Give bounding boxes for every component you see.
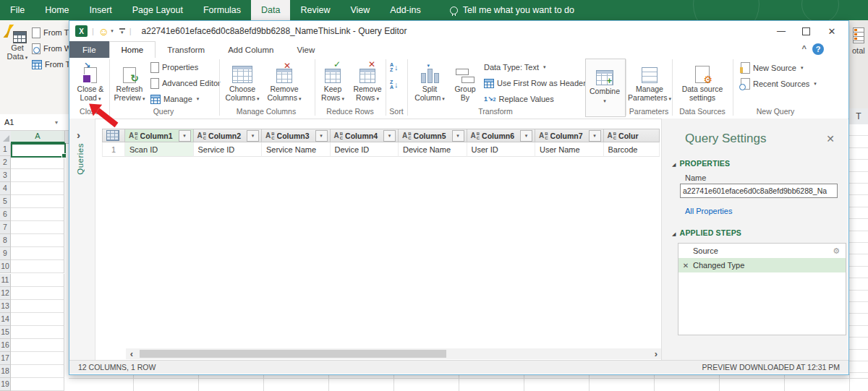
excel-tab-home[interactable]: Home xyxy=(35,0,79,20)
excel-tab-add-ins[interactable]: Add-ins xyxy=(380,0,430,20)
row-header-9[interactable]: 9 xyxy=(0,247,11,260)
column-header-column2[interactable]: ABCColumn2▾ xyxy=(194,129,263,142)
cell-A18[interactable] xyxy=(11,365,64,378)
maximize-button[interactable] xyxy=(793,21,818,41)
qe-tab-home[interactable]: Home xyxy=(109,41,156,59)
row-header-5[interactable]: 5 xyxy=(0,195,11,208)
cell-service-id[interactable]: Service ID xyxy=(194,142,263,157)
cell-barcode[interactable]: Barcode xyxy=(604,142,660,157)
cell-A9[interactable] xyxy=(11,247,64,260)
column-header-column7[interactable]: ABCColumn7▾ xyxy=(535,129,604,142)
applied-step-changed-type[interactable]: ✕Changed Type xyxy=(678,258,846,272)
cell-A14[interactable] xyxy=(11,313,64,326)
cell-A10[interactable] xyxy=(11,260,64,273)
qe-tab-add-column[interactable]: Add Column xyxy=(216,41,285,58)
group-by-button[interactable]: Group By xyxy=(451,60,480,102)
query-name-input[interactable] xyxy=(680,184,838,198)
manage-parameters-button[interactable]: Manage Parameters▾ xyxy=(629,60,670,103)
cell-A17[interactable] xyxy=(11,352,64,365)
column-filter-icon[interactable]: ▾ xyxy=(247,130,259,142)
cell-A1[interactable] xyxy=(11,143,66,158)
column-filter-icon[interactable]: ▾ xyxy=(315,130,328,142)
qe-tab-file[interactable]: File xyxy=(69,41,109,58)
cell-A16[interactable] xyxy=(11,339,64,352)
expand-queries-icon[interactable]: › xyxy=(77,129,80,141)
remove-columns-button[interactable]: ✕ Remove Columns▾ xyxy=(264,60,305,103)
cell-A7[interactable] xyxy=(11,221,64,234)
row-header-16[interactable]: 16 xyxy=(0,339,11,352)
data-source-settings-button[interactable]: ⚙ Data source settings xyxy=(678,60,726,102)
row-header-7[interactable]: 7 xyxy=(0,221,11,234)
choose-columns-button[interactable]: Choose Columns▾ xyxy=(224,60,261,103)
row-header-17[interactable]: 17 xyxy=(0,352,11,365)
column-filter-icon[interactable]: ▾ xyxy=(383,130,396,142)
cell-A2[interactable] xyxy=(11,156,64,169)
scroll-left-icon[interactable]: ‹ xyxy=(126,348,137,359)
fill-handle[interactable] xyxy=(61,153,67,158)
column-header-t[interactable]: T xyxy=(848,108,868,125)
sort-descending-button[interactable]: ZA↓ xyxy=(390,80,399,90)
excel-tab-page-layout[interactable]: Page Layout xyxy=(122,0,193,20)
row-header-18[interactable]: 18 xyxy=(0,365,11,378)
row-header-4[interactable]: 4 xyxy=(0,182,11,195)
excel-tab-view[interactable]: View xyxy=(340,0,380,20)
keep-rows-button[interactable]: ✓ Keep Rows▾ xyxy=(318,60,348,103)
name-box[interactable]: A1 xyxy=(0,118,54,126)
send-a-smile-icon[interactable]: ☺ xyxy=(98,26,109,37)
data-type-button[interactable]: Data Type: Text▾ xyxy=(484,61,546,73)
minimize-button[interactable]: — xyxy=(769,21,793,41)
tell-me-box[interactable]: Tell me what you want to do xyxy=(450,0,574,20)
excel-tab-data[interactable]: Data xyxy=(251,0,290,20)
customize-qat-icon[interactable]: ▾ xyxy=(119,28,125,34)
row-header-15[interactable]: 15 xyxy=(0,326,11,339)
applied-step-source[interactable]: Source⚙ xyxy=(678,244,846,258)
queries-pane-label[interactable]: Queries xyxy=(76,143,85,175)
cell-A15[interactable] xyxy=(11,326,64,339)
get-data-button[interactable]: Get Data▾ xyxy=(3,25,32,61)
combine-button[interactable]: + Combine ▾ xyxy=(587,62,622,106)
row-header-1[interactable]: 1 xyxy=(0,143,11,156)
close-query-settings-icon[interactable]: ✕ xyxy=(826,133,835,145)
column-header-column1[interactable]: ABCColumn1▾ xyxy=(125,129,194,142)
row-header-3[interactable]: 3 xyxy=(0,169,11,182)
row-header-6[interactable]: 6 xyxy=(0,208,11,221)
column-header-colur[interactable]: ABCColur xyxy=(604,129,660,142)
close-window-button[interactable]: ✕ xyxy=(820,21,844,41)
cell-A19[interactable] xyxy=(11,378,64,391)
cell-A3[interactable] xyxy=(11,169,64,182)
column-header-column3[interactable]: ABCColumn3▾ xyxy=(262,129,331,142)
close-and-load-button[interactable]: ↘ Close & Load▾ xyxy=(74,60,107,103)
all-properties-link[interactable]: All Properties xyxy=(685,207,732,215)
delete-step-icon[interactable]: ✕ xyxy=(678,262,693,270)
name-box-caret-icon[interactable]: ▾ xyxy=(55,119,58,126)
row-header-2[interactable]: 2 xyxy=(0,156,11,169)
cell-service-name[interactable]: Service Name xyxy=(262,142,331,157)
table-corner-menu[interactable] xyxy=(102,129,125,142)
use-first-row-as-headers-button[interactable]: Use First Row as Headers▾ xyxy=(484,77,597,89)
excel-tab-formulas[interactable]: Formulas xyxy=(193,0,251,20)
qe-tab-transform[interactable]: Transform xyxy=(156,41,216,58)
smile-caret-icon[interactable]: ▾ xyxy=(111,28,114,34)
manage-button[interactable]: Manage▾ xyxy=(150,93,199,105)
column-filter-icon[interactable]: ▾ xyxy=(452,130,464,142)
column-header-a[interactable]: A xyxy=(11,131,65,143)
cell-device-id[interactable]: Device ID xyxy=(331,142,399,157)
split-column-button[interactable]: ▾ Split Column▾ xyxy=(412,60,448,103)
sort-ascending-button[interactable]: AZ↓ xyxy=(390,62,399,72)
cell-A12[interactable] xyxy=(11,287,64,300)
replace-values-button[interactable]: 1↘2 Replace Values xyxy=(484,93,554,105)
row-header-13[interactable]: 13 xyxy=(0,300,11,313)
from-web-button[interactable]: From W xyxy=(32,42,69,55)
select-all-corner[interactable] xyxy=(0,131,12,143)
column-header-column6[interactable]: ABCColumn6▾ xyxy=(467,129,536,142)
new-source-button[interactable]: New Source▾ xyxy=(741,62,803,74)
advanced-editor-button[interactable]: Advanced Editor xyxy=(150,77,221,89)
step-settings-gear-icon[interactable]: ⚙ xyxy=(833,246,840,256)
properties-section-header[interactable]: ◢PROPERTIES xyxy=(672,159,730,168)
cell-A13[interactable] xyxy=(11,300,64,313)
excel-tab-insert[interactable]: Insert xyxy=(80,0,122,20)
collapse-ribbon-icon[interactable]: ^ xyxy=(802,44,807,53)
column-filter-icon[interactable]: ▾ xyxy=(179,130,191,142)
cell-A11[interactable] xyxy=(11,274,64,287)
row-header-14[interactable]: 14 xyxy=(0,313,11,326)
